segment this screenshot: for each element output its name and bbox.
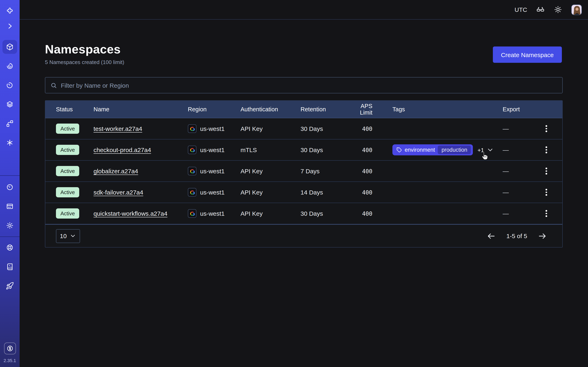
- namespace-link[interactable]: sdk-failover.a27a4: [94, 189, 143, 196]
- app-version: 2.35.1: [3, 358, 16, 363]
- page-size-value: 10: [60, 233, 67, 239]
- user-avatar[interactable]: [571, 4, 582, 15]
- gcp-cloud-icon: [188, 167, 196, 175]
- gcp-cloud-icon: [188, 146, 196, 154]
- create-namespace-button[interactable]: Create Namespace: [493, 47, 562, 63]
- export-value: —: [503, 167, 541, 175]
- table-row: Active sdk-failover.a27a4 us-west1 API K…: [45, 182, 562, 203]
- col-aps-limit: APS Limit: [347, 103, 372, 116]
- row-actions-kebab-icon[interactable]: [542, 144, 550, 156]
- nav-book-sparkles-icon[interactable]: [2, 260, 17, 274]
- filter-searchbar[interactable]: [45, 77, 563, 93]
- auth-value: API Key: [241, 210, 301, 217]
- tag-value: production: [438, 146, 471, 154]
- status-badge: Active: [56, 166, 79, 176]
- row-actions-kebab-icon[interactable]: [542, 186, 550, 198]
- nav-card-icon[interactable]: [2, 200, 17, 213]
- tag-key: environment: [405, 147, 435, 153]
- col-authentication: Authentication: [241, 106, 301, 113]
- export-value: —: [503, 189, 541, 196]
- nav-lifebuoy-icon[interactable]: [2, 241, 17, 254]
- row-actions-kebab-icon[interactable]: [542, 207, 550, 220]
- aps-limit-value: 400: [347, 147, 372, 153]
- aps-limit-value: 400: [347, 210, 372, 217]
- nav-asterisk-icon[interactable]: [2, 136, 17, 150]
- timezone-selector[interactable]: UTC: [511, 6, 527, 13]
- table-footer: 10 1-5 of 5: [45, 224, 562, 247]
- table-row: Active quickstart-workflows.a27a4 us-wes…: [45, 203, 562, 224]
- nav-spiral-icon[interactable]: [2, 59, 17, 73]
- namespace-link[interactable]: test-worker.a27a4: [94, 125, 142, 132]
- status-badge: Active: [56, 124, 79, 134]
- filter-input[interactable]: [61, 82, 557, 89]
- status-badge: Active: [56, 208, 79, 218]
- region-label: us-west1: [200, 125, 225, 132]
- namespace-link[interactable]: globalizer.a27a4: [94, 167, 138, 175]
- nav-branch-icon[interactable]: [2, 117, 17, 131]
- aps-limit-value: 400: [347, 125, 372, 132]
- app-root: 2.35.1 UTC Namespaces 5 Namespaces creat…: [0, 0, 588, 367]
- col-export: Export: [503, 106, 541, 113]
- table-header-row: Status Name Region Authentication Retent…: [45, 101, 562, 118]
- search-icon: [50, 82, 57, 89]
- page-title: Namespaces: [45, 42, 563, 56]
- pagination-range: 1-5 of 5: [506, 233, 527, 239]
- auth-value: API Key: [241, 125, 301, 132]
- export-value: —: [503, 210, 541, 217]
- row-actions-kebab-icon[interactable]: [542, 123, 550, 135]
- main-content: Namespaces 5 Namespaces created (100 lim…: [20, 20, 588, 367]
- topbar: UTC: [20, 0, 588, 20]
- nav-layers-icon[interactable]: [2, 98, 17, 111]
- retention-value: 30 Days: [301, 146, 347, 153]
- retention-value: 30 Days: [301, 125, 347, 132]
- tags-more-count: +1: [477, 147, 484, 153]
- namespace-link[interactable]: quickstart-workflows.a27a4: [94, 210, 167, 217]
- sidebar: 2.35.1: [0, 0, 20, 367]
- row-actions-kebab-icon[interactable]: [542, 165, 550, 177]
- namespace-link[interactable]: checkout-prod.a27a4: [94, 146, 151, 153]
- auth-value: API Key: [241, 167, 301, 175]
- tag-icon: [397, 147, 402, 152]
- aps-limit-value: 400: [347, 168, 372, 174]
- col-tags: Tags: [372, 106, 503, 113]
- retention-value: 7 Days: [301, 167, 347, 175]
- nav-gear-icon[interactable]: [2, 218, 17, 233]
- tags-expand-chevron-icon[interactable]: [487, 146, 494, 153]
- sidebar-expand-chevron-icon[interactable]: [2, 19, 17, 33]
- glasses-icon[interactable]: [536, 5, 545, 14]
- namespaces-table: Status Name Region Authentication Retent…: [45, 100, 563, 248]
- gcp-cloud-icon: [188, 188, 196, 197]
- timezone-label: UTC: [515, 6, 527, 13]
- retention-value: 30 Days: [301, 210, 347, 217]
- gcp-cloud-icon: [188, 209, 196, 218]
- region-label: us-west1: [200, 146, 225, 153]
- col-name: Name: [94, 106, 188, 113]
- nav-timer-icon[interactable]: [2, 78, 17, 92]
- region-label: us-west1: [200, 210, 225, 217]
- nav-namespaces-cube-icon[interactable]: [2, 40, 17, 54]
- tag-pill[interactable]: environment production: [392, 144, 473, 155]
- export-value: —: [503, 125, 541, 132]
- page-subtitle: 5 Namespaces created (100 limit): [45, 59, 563, 65]
- temporal-logo-icon[interactable]: [2, 4, 17, 17]
- table-row: Active test-worker.a27a4 us-west1 API Ke…: [45, 118, 562, 140]
- nav-gauge-icon[interactable]: [2, 180, 17, 194]
- col-status: Status: [56, 106, 94, 113]
- nav-rocket-icon[interactable]: [2, 279, 17, 293]
- chevron-down-icon: [70, 233, 76, 239]
- page-size-select[interactable]: 10: [56, 229, 80, 243]
- aps-limit-value: 400: [347, 189, 372, 196]
- table-row: Active checkout-prod.a27a4 us-west1 mTLS…: [45, 140, 562, 161]
- prev-page-arrow-icon[interactable]: [487, 231, 496, 240]
- gcp-cloud-icon: [188, 124, 196, 133]
- table-row: Active globalizer.a27a4 us-west1 API Key…: [45, 161, 562, 182]
- export-value: —: [503, 146, 541, 153]
- next-page-arrow-icon[interactable]: [538, 231, 547, 240]
- auth-value: mTLS: [241, 146, 301, 153]
- status-badge: Active: [56, 145, 79, 155]
- billing-dollar-badge-icon[interactable]: [4, 342, 16, 354]
- retention-value: 14 Days: [301, 189, 347, 196]
- theme-toggle-sun-icon[interactable]: [554, 5, 562, 14]
- region-label: us-west1: [200, 189, 225, 196]
- auth-value: API Key: [241, 189, 301, 196]
